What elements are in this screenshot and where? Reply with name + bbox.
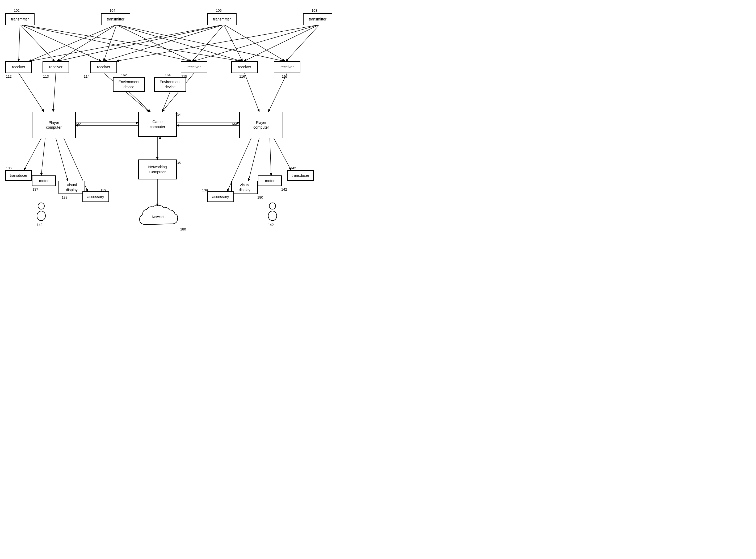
transducer-132: transducer xyxy=(5,170,32,181)
label-114: 114 xyxy=(84,74,90,79)
label-132: 136 xyxy=(6,166,12,170)
svg-line-36 xyxy=(24,138,41,170)
svg-point-48 xyxy=(268,211,277,221)
player-computer-122: Player computer xyxy=(239,112,283,138)
accessory-139: accessory xyxy=(207,192,234,202)
svg-line-9 xyxy=(118,25,241,61)
person-142a xyxy=(35,202,48,222)
label-135: 139 xyxy=(101,188,106,192)
svg-line-0 xyxy=(19,25,20,61)
player-computer-120: Player computer xyxy=(32,112,76,138)
label-116: 116 xyxy=(239,74,245,79)
svg-line-14 xyxy=(193,25,223,61)
label-person-142a: 142 xyxy=(37,223,43,227)
svg-line-37 xyxy=(41,138,45,175)
diagram-lines xyxy=(0,0,378,280)
svg-line-4 xyxy=(24,25,241,61)
environment-device-162: Environment device xyxy=(113,77,145,92)
svg-line-19 xyxy=(244,25,318,61)
svg-line-27 xyxy=(129,92,150,112)
label-122: 133 xyxy=(231,122,237,126)
diagram-container: transmitter 102 transmitter 104 transmit… xyxy=(0,0,378,280)
svg-line-42 xyxy=(248,138,259,181)
receiver-115: receiver xyxy=(181,61,207,73)
networking-computer-1230: Networking Computer xyxy=(138,159,177,179)
svg-line-24 xyxy=(268,73,287,112)
visual-display-134: Visual display xyxy=(59,181,85,194)
label-1230: 135 xyxy=(175,161,181,165)
receiver-113: receiver xyxy=(43,61,69,73)
transmitter-106: transmitter xyxy=(207,13,237,25)
transmitter-102: transmitter xyxy=(5,13,35,25)
transmitter-108: transmitter xyxy=(303,13,332,25)
svg-text:Network: Network xyxy=(152,215,164,219)
label-137: 142 xyxy=(281,187,287,192)
svg-line-11 xyxy=(30,25,221,61)
label-180: 180 xyxy=(180,227,186,231)
motor-137: motor xyxy=(258,175,282,186)
svg-line-18 xyxy=(194,25,317,61)
svg-line-15 xyxy=(224,25,242,61)
label-138: 180 xyxy=(257,195,263,199)
visual-display-138: Visual display xyxy=(231,181,258,194)
label-117: 117 xyxy=(282,74,288,79)
transducer-136: transducer xyxy=(287,170,314,181)
label-person-142b: 142 xyxy=(268,223,274,227)
label-136: 142 xyxy=(290,166,296,170)
person-142b xyxy=(266,202,279,222)
svg-line-5 xyxy=(29,25,115,61)
label-108: 108 xyxy=(312,8,317,13)
svg-line-7 xyxy=(104,25,116,61)
svg-line-13 xyxy=(104,25,222,61)
receiver-112: receiver xyxy=(5,61,32,73)
svg-line-1 xyxy=(21,25,54,61)
label-104: 104 xyxy=(110,8,115,13)
label-113: 113 xyxy=(43,74,49,79)
receiver-114: receiver xyxy=(90,61,117,73)
svg-line-8 xyxy=(117,25,192,61)
svg-line-2 xyxy=(22,25,101,61)
label-162: 162 xyxy=(121,73,127,77)
svg-point-47 xyxy=(269,203,276,209)
svg-line-21 xyxy=(19,73,44,112)
label-112: 112 xyxy=(6,74,12,79)
svg-line-40 xyxy=(274,138,291,170)
svg-line-23 xyxy=(245,73,259,112)
label-134: 138 xyxy=(62,195,68,199)
label-133: 137 xyxy=(32,187,38,192)
network-cloud-180: Network xyxy=(136,205,181,231)
label-106: 106 xyxy=(216,8,222,13)
receiver-116: receiver xyxy=(231,61,258,73)
svg-line-16 xyxy=(225,25,285,61)
svg-line-3 xyxy=(23,25,191,61)
environment-device-164: Environment device xyxy=(154,77,186,92)
transmitter-104: transmitter xyxy=(101,13,130,25)
svg-point-45 xyxy=(38,203,44,209)
svg-point-46 xyxy=(37,211,45,221)
svg-line-38 xyxy=(56,138,68,181)
svg-line-22 xyxy=(53,73,56,112)
motor-133: motor xyxy=(32,175,56,186)
svg-line-10 xyxy=(119,25,284,61)
svg-line-17 xyxy=(116,25,316,61)
receiver-117: receiver xyxy=(274,61,301,73)
svg-line-41 xyxy=(270,138,271,175)
svg-line-20 xyxy=(286,25,319,61)
label-139: 139 xyxy=(202,188,208,192)
game-computer-150: Game computer xyxy=(138,112,177,137)
svg-line-12 xyxy=(58,25,221,61)
svg-line-28 xyxy=(162,92,170,112)
label-150: 134 xyxy=(175,113,181,117)
svg-line-6 xyxy=(57,25,116,61)
label-120: 132 xyxy=(75,122,81,126)
accessory-135: accessory xyxy=(83,192,109,202)
label-164: 164 xyxy=(165,73,171,77)
label-102: 102 xyxy=(14,8,20,13)
